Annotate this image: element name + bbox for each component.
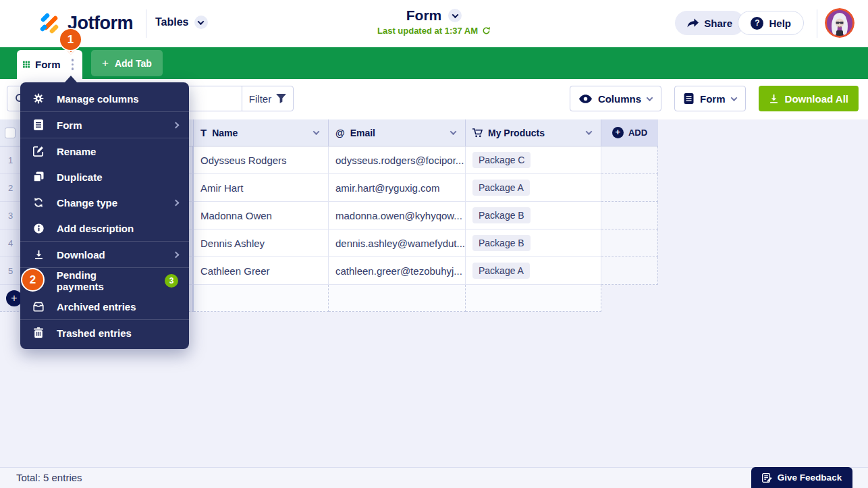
archive-icon [32, 302, 45, 312]
feedback-icon [762, 473, 772, 483]
cart-icon [472, 128, 483, 138]
question-mark-icon: ? [751, 17, 763, 30]
plus-icon: + [102, 57, 109, 70]
menu-item-manage-columns[interactable]: Manage columns [20, 86, 189, 111]
cell-product[interactable]: Package C [466, 146, 601, 174]
share-button[interactable]: Share [675, 11, 744, 35]
edit-icon [32, 146, 45, 157]
trash-icon [32, 327, 45, 338]
download-icon [32, 250, 45, 260]
callout-step-2: 2 [21, 268, 45, 292]
chevron-right-icon [173, 251, 180, 258]
cell-product[interactable]: Package A [466, 174, 601, 202]
column-header-my-products[interactable]: My Products [466, 119, 601, 146]
empty-cell[interactable] [466, 285, 601, 312]
product-switcher[interactable]: Tables [155, 16, 208, 29]
text-type-icon: T [200, 127, 207, 138]
total-entries-label: Total: 5 entries [16, 468, 82, 488]
header-divider [146, 9, 146, 38]
empty-cell[interactable] [329, 285, 466, 312]
cell-add-placeholder[interactable] [601, 202, 658, 229]
download-all-button[interactable]: Download All [759, 86, 859, 111]
column-header-email[interactable]: @ Email [329, 119, 466, 146]
cell-email[interactable]: cathleen.greer@tezobuhyj... [329, 257, 466, 285]
cell-add-placeholder[interactable] [601, 229, 658, 257]
info-icon [32, 223, 45, 234]
page-title-block: Form Last updated at 1:37 AM [377, 7, 491, 36]
chevron-down-icon [586, 128, 593, 135]
form-view-button[interactable]: Form [674, 86, 746, 111]
cell-email[interactable]: amir.hart@ryguxig.com [329, 174, 466, 202]
form-document-icon [684, 93, 694, 104]
last-updated-status: Last updated at 1:37 AM [377, 26, 491, 36]
chevron-down-icon [730, 94, 737, 101]
cell-product[interactable]: Package A [466, 257, 601, 285]
menu-item-duplicate[interactable]: Duplicate [20, 164, 189, 190]
jotform-logo-icon [37, 11, 61, 35]
cell-product[interactable]: Package B [466, 202, 601, 229]
jotform-logo[interactable]: Jotform [37, 11, 133, 35]
cell-name[interactable]: Amir Hart [194, 174, 329, 202]
menu-item-pending-payments[interactable]: Pending payments 3 [20, 268, 189, 294]
copy-icon [32, 171, 45, 182]
context-menu-caret [65, 76, 77, 82]
help-button[interactable]: ? Help [738, 11, 804, 35]
menu-item-add-description[interactable]: Add description [20, 215, 189, 241]
chevron-down-icon [647, 94, 653, 101]
chevron-right-icon [173, 121, 180, 128]
document-icon [32, 119, 45, 130]
share-arrow-icon [687, 18, 699, 28]
plus-circle-icon: + [612, 127, 624, 138]
cell-add-placeholder[interactable] [601, 174, 658, 202]
refresh-icon[interactable] [482, 26, 491, 35]
page-title: Form [406, 7, 442, 24]
chevron-down-icon [313, 128, 320, 135]
callout-step-1: 1 [59, 28, 82, 51]
product-chip: Package B [472, 207, 531, 223]
menu-item-rename[interactable]: Rename [20, 138, 189, 164]
cell-name[interactable]: Dennis Ashley [194, 229, 329, 257]
eye-icon [579, 94, 592, 103]
give-feedback-button[interactable]: Give Feedback [751, 467, 852, 488]
filter-funnel-icon [276, 94, 286, 103]
top-header: Jotform Tables Form Last updated at 1:37… [0, 0, 868, 47]
tab-options-menu-icon[interactable] [69, 56, 77, 73]
title-chevron-down-icon[interactable] [448, 9, 462, 22]
footer-bar: Total: 5 entries [0, 467, 868, 488]
menu-item-form[interactable]: Form [20, 112, 189, 138]
column-header-name[interactable]: T Name [194, 119, 329, 146]
product-chip: Package B [472, 235, 531, 251]
refresh-arrows-icon [32, 197, 45, 208]
chevron-down-icon [194, 16, 208, 29]
chevron-down-icon [450, 128, 457, 135]
tab-form[interactable]: Form [17, 50, 82, 79]
cell-name[interactable]: Madonna Owen [194, 202, 329, 229]
columns-button[interactable]: Columns [570, 86, 661, 111]
add-column-button[interactable]: + ADD [601, 119, 658, 146]
cell-email[interactable]: madonna.owen@kyhyqow... [329, 202, 466, 229]
menu-item-trashed-entries[interactable]: Trashed entries [20, 320, 189, 346]
add-tab-button[interactable]: + Add Tab [91, 50, 163, 76]
tab-context-menu: Manage columns Form Rename [20, 82, 189, 349]
cell-add-placeholder[interactable] [601, 257, 658, 285]
grid-icon [23, 59, 30, 70]
avatar[interactable] [825, 8, 855, 38]
product-chip: Package A [472, 263, 530, 279]
cell-email[interactable]: odysseus.rodgers@focipor... [329, 146, 466, 174]
cell-add-placeholder[interactable] [601, 146, 658, 174]
product-chip: Package C [472, 152, 531, 168]
pending-count-badge: 3 [165, 274, 178, 288]
menu-item-archived-entries[interactable]: Archived entries [20, 294, 189, 319]
cell-product[interactable]: Package B [466, 229, 601, 257]
empty-cell[interactable] [194, 285, 329, 312]
gear-icon [32, 93, 45, 104]
at-sign-icon: @ [335, 128, 345, 138]
cell-email[interactable]: dennis.ashley@wamefydut... [329, 229, 466, 257]
cell-name[interactable]: Odysseus Rodgers [194, 146, 329, 174]
chevron-right-icon [173, 199, 180, 206]
select-all-checkbox[interactable] [5, 128, 16, 138]
filter-button[interactable]: Filter [242, 86, 293, 111]
menu-item-change-type[interactable]: Change type [20, 190, 189, 215]
cell-name[interactable]: Cathleen Greer [194, 257, 329, 285]
menu-item-download[interactable]: Download [20, 242, 189, 267]
